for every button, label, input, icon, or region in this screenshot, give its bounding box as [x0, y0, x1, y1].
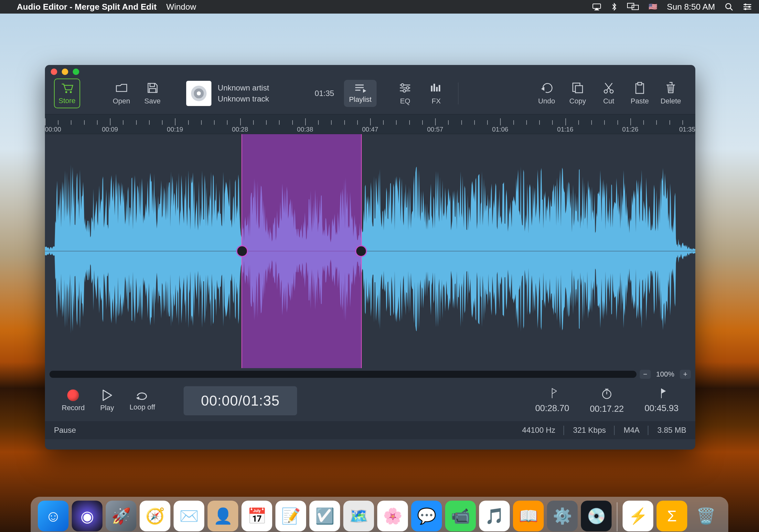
undo-button[interactable]: Undo [531, 81, 562, 105]
file-size: 3.85 MB [646, 426, 686, 435]
store-button[interactable]: Store [54, 79, 80, 108]
dock-trash[interactable]: 🗑️ [691, 501, 721, 531]
displays-icon[interactable] [627, 3, 639, 11]
undo-label: Undo [538, 97, 555, 105]
play-button[interactable]: Play [100, 390, 114, 412]
track-duration: 01:35 [315, 89, 334, 98]
dock-ibooks[interactable]: 📖 [513, 501, 544, 531]
dock-messages[interactable]: 💬 [411, 501, 442, 531]
eq-button[interactable]: EQ [389, 81, 420, 105]
record-icon [67, 390, 79, 401]
play-icon [102, 390, 112, 401]
dock-summation[interactable]: Σ [657, 501, 687, 531]
track-info: Unknown artist Unknown track 01:35 [186, 81, 334, 106]
copy-label: Copy [569, 97, 586, 105]
control-center-icon[interactable] [743, 3, 752, 10]
audio-editor-window: Store Open Save Unknown artist Unknown t… [45, 65, 695, 450]
toolbar-divider [458, 82, 459, 104]
dock-reminders[interactable]: ☑️ [309, 501, 340, 531]
disc-icon [191, 86, 207, 101]
horizontal-scrollbar[interactable] [50, 371, 636, 378]
svg-rect-25 [433, 84, 435, 92]
ruler-label: 00:09 [102, 126, 118, 133]
open-button[interactable]: Open [106, 81, 137, 105]
dock-itunes[interactable]: 🎵 [479, 501, 510, 531]
track-title: Unknown track [218, 95, 305, 103]
paste-button[interactable]: Paste [624, 81, 655, 105]
timeline-ruler[interactable]: 00:0000:0900:1900:2800:3800:4700:5701:06… [45, 114, 695, 134]
ruler-label: 00:19 [167, 126, 183, 133]
svg-point-9 [744, 4, 746, 6]
dock-contacts[interactable]: 👤 [208, 501, 238, 531]
selection-in-display: 00:28.70 [535, 388, 569, 414]
zoom-in-button[interactable]: + [680, 370, 691, 379]
svg-marker-17 [363, 89, 366, 93]
album-art [186, 81, 212, 106]
loop-button[interactable]: Loop off [130, 390, 155, 411]
dock-thunderbolt[interactable]: ⚡ [622, 501, 653, 531]
bars-icon [430, 81, 443, 95]
window-titlebar [45, 65, 695, 79]
bitrate: 321 Kbps [562, 426, 606, 435]
screen-mirror-icon[interactable] [592, 3, 601, 10]
dock-notes[interactable]: 📝 [275, 501, 306, 531]
copy-button[interactable]: Copy [562, 81, 593, 105]
dock-maps[interactable]: 🗺️ [343, 501, 374, 531]
zoom-value: 100% [654, 370, 677, 378]
dock-safari[interactable]: 🧭 [140, 501, 170, 531]
delete-button[interactable]: Delete [655, 81, 686, 105]
svg-rect-27 [439, 85, 440, 92]
waveform-area[interactable] [45, 134, 695, 368]
dock-mail[interactable]: ✉️ [174, 501, 204, 531]
dock-siri[interactable]: ◉ [72, 501, 102, 531]
cut-button[interactable]: Cut [593, 81, 624, 105]
window-zoom-button[interactable] [73, 68, 79, 75]
selection-region[interactable] [241, 134, 362, 368]
transport-bar: Record Play Loop off 00:00/01:35 00:28.7… [45, 380, 695, 421]
record-button[interactable]: Record [62, 390, 85, 412]
eq-label: EQ [400, 97, 410, 105]
dock-launchpad[interactable]: 🚀 [106, 501, 137, 531]
floppy-icon [147, 81, 158, 95]
svg-point-23 [403, 90, 406, 92]
scissors-icon [603, 81, 615, 95]
timecode-display: 00:00/01:35 [183, 386, 297, 415]
input-flag-icon[interactable]: 🇺🇸 [649, 3, 657, 11]
dock-photos[interactable]: 🌸 [377, 501, 408, 531]
loop-icon [136, 390, 149, 400]
dock-appstore[interactable]: ⚙️ [547, 501, 578, 531]
waveform-svg [45, 134, 695, 368]
ruler-label: 00:57 [427, 126, 443, 133]
dock-finder[interactable]: ☺ [38, 501, 68, 531]
dock-calendar[interactable]: 📅 [241, 501, 272, 531]
playlist-button[interactable]: Playlist [344, 80, 377, 107]
fx-button[interactable]: FX [420, 81, 452, 105]
window-minimize-button[interactable] [62, 68, 68, 75]
svg-rect-36 [638, 82, 642, 85]
menu-window[interactable]: Window [166, 2, 196, 12]
folder-icon [115, 81, 128, 95]
svg-marker-50 [661, 389, 666, 394]
flag-out-icon [657, 388, 666, 399]
out-time: 00:45.93 [645, 403, 679, 413]
selection-handle-left[interactable] [236, 245, 248, 257]
zoom-out-button[interactable]: − [640, 370, 651, 379]
fx-label: FX [431, 97, 441, 105]
in-time: 00:28.70 [535, 403, 569, 413]
cart-icon [60, 82, 73, 95]
bluetooth-icon[interactable] [611, 3, 618, 11]
cut-label: Cut [603, 97, 614, 105]
selection-handle-right[interactable] [355, 245, 367, 257]
spotlight-icon[interactable] [725, 3, 733, 11]
ruler-label: 01:26 [622, 126, 638, 133]
menubar-clock[interactable]: Sun 8:50 AM [667, 2, 715, 12]
dock-facetime[interactable]: 📹 [445, 501, 476, 531]
svg-point-10 [748, 6, 750, 8]
active-app-name[interactable]: Audio Editor - Merge Split And Edit [17, 2, 156, 12]
svg-line-5 [730, 8, 733, 10]
copy-icon [572, 81, 584, 95]
save-button[interactable]: Save [137, 81, 168, 105]
dock-audio-editor[interactable]: 💿 [581, 501, 612, 531]
window-close-button[interactable] [51, 68, 57, 75]
paste-label: Paste [631, 97, 649, 105]
